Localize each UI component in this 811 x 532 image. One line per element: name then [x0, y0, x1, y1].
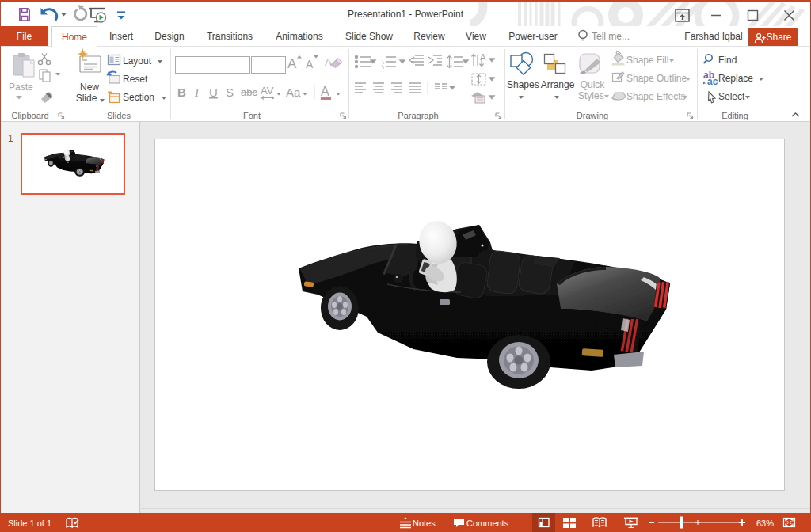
- svg-text:abc: abc: [241, 86, 257, 98]
- svg-text:AV: AV: [261, 85, 274, 97]
- svg-text:A: A: [480, 52, 486, 62]
- svg-text:B: B: [177, 86, 186, 99]
- svg-text:ac: ac: [707, 76, 718, 87]
- svg-text:A: A: [287, 56, 297, 71]
- svg-text:U: U: [209, 86, 218, 99]
- svg-text:Aa: Aa: [286, 86, 301, 99]
- svg-text:A: A: [325, 56, 332, 68]
- svg-text:A: A: [306, 58, 314, 70]
- svg-text:A: A: [321, 85, 329, 98]
- svg-text:S: S: [226, 86, 234, 99]
- svg-text:I: I: [194, 86, 200, 99]
